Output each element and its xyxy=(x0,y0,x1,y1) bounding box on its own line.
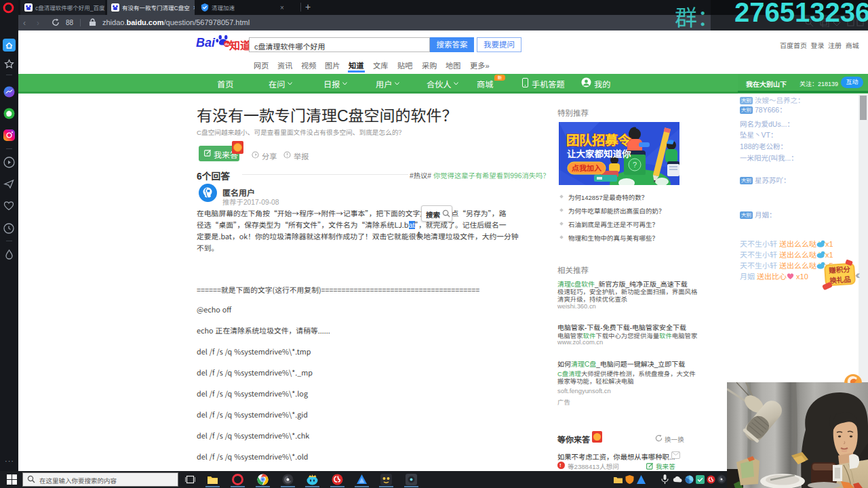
svg-text:?: ? xyxy=(633,161,637,169)
svg-text:点我加入: 点我加入 xyxy=(572,164,601,172)
svg-text:让大家都知道你: 让大家都知道你 xyxy=(567,149,631,159)
svg-text:du: du xyxy=(224,42,229,46)
svg-text:团队招募令: 团队招募令 xyxy=(566,133,631,148)
